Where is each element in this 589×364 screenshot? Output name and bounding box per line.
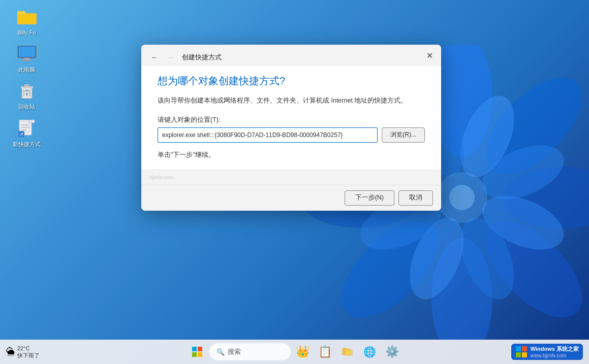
dialog-description: 该向导帮你创建本地或网络程序、文件、文件夹、计算机或 Internet 地址的快…: [158, 96, 425, 106]
desktop-icon-this-pc[interactable]: 此电脑: [8, 42, 46, 75]
desktop-icons-area: Billy Fu 此电脑: [8, 5, 46, 150]
svg-rect-23: [19, 47, 35, 57]
settings-icon: ⚙️: [385, 345, 399, 358]
windows-brand-text: Windows 系统之家 www.bjjmlv.com: [531, 345, 579, 358]
field-label: 请键入对象的位置(T):: [158, 116, 425, 124]
svg-rect-45: [345, 350, 352, 355]
svg-rect-41: [192, 352, 197, 357]
svg-rect-33: [32, 120, 35, 123]
recycle-bin-icon: [17, 81, 37, 102]
brand-url: www.bjjmlv.com: [531, 353, 579, 358]
weather-condition: 快下雨了: [17, 352, 40, 359]
widgets-icon: 📋: [318, 345, 332, 358]
taskbar-search[interactable]: 🔍 搜索: [209, 343, 291, 360]
weather-widget[interactable]: 🌦 22°C 快下雨了: [6, 345, 40, 359]
windows-start-icon: [192, 346, 203, 357]
this-pc-label: 此电脑: [18, 67, 35, 73]
close-button[interactable]: ✕: [422, 48, 437, 63]
forward-button[interactable]: →: [164, 50, 178, 64]
svg-rect-42: [198, 352, 202, 357]
billy-fu-label: Billy Fu: [17, 29, 36, 36]
svg-rect-28: [24, 84, 29, 86]
folder-icon: [17, 7, 37, 27]
back-button[interactable]: ←: [147, 50, 162, 64]
search-icon: 🔍: [216, 348, 225, 356]
taskbar-right: Windows 系统之家 www.bjjmlv.com: [511, 344, 583, 360]
svg-rect-40: [198, 347, 202, 351]
windows-home-icon: [515, 346, 528, 358]
taskbar-left: 🌦 22°C 快下雨了: [6, 345, 40, 359]
weather-temp: 22°C: [17, 345, 40, 352]
dialog-hint: 单击"下一步"继续。: [158, 151, 425, 159]
file-explorer-button[interactable]: [337, 342, 358, 362]
svg-rect-27: [21, 86, 33, 88]
svg-text:↗: ↗: [19, 131, 23, 137]
edge-browser-button[interactable]: 🌐: [360, 342, 380, 362]
settings-button[interactable]: ⚙️: [382, 342, 402, 362]
desktop-icon-recycle-bin[interactable]: 回收站: [8, 79, 46, 112]
svg-rect-49: [522, 352, 527, 357]
svg-point-17: [449, 185, 475, 210]
weather-icon: 🌦: [6, 347, 15, 357]
svg-rect-39: [192, 347, 197, 351]
svg-rect-46: [516, 346, 521, 351]
brand-name: Windows 系统之家: [531, 345, 579, 353]
svg-rect-21: [18, 14, 36, 23]
watermark-text: bjjmlv.com: [149, 175, 173, 180]
file-explorer-icon: [342, 346, 353, 357]
task-view-button[interactable]: 👑: [293, 342, 313, 362]
titlebar-nav: ← →: [147, 50, 178, 64]
next-button[interactable]: 下一步(N): [345, 190, 394, 206]
browse-button[interactable]: 浏览(R)...: [382, 127, 425, 143]
desktop-icon-billy-fu[interactable]: Billy Fu: [8, 5, 46, 38]
taskbar-center: 🔍 搜索 👑 📋 🌐 ⚙️: [187, 342, 402, 362]
recycle-bin-label: 回收站: [18, 104, 35, 110]
crown-icon: 👑: [296, 345, 309, 358]
taskbar: 🌦 22°C 快下雨了 🔍 搜索 👑 �: [0, 340, 589, 364]
new-shortcut-label: 新快捷方式: [13, 141, 41, 148]
dialog-content-area: 想为哪个对象创建快捷方式? 该向导帮你创建本地或网络程序、文件、文件夹、计算机或…: [141, 66, 441, 170]
widgets-button[interactable]: 📋: [315, 342, 335, 362]
svg-rect-25: [22, 60, 32, 61]
create-shortcut-dialog: ← → 创建快捷方式 ✕ 想为哪个对象创建快捷方式? 该向导帮你创建本地或网络程…: [141, 45, 441, 211]
dialog-titlebar: ← → 创建快捷方式 ✕: [141, 45, 441, 66]
location-input[interactable]: [158, 127, 378, 143]
edge-icon: 🌐: [363, 346, 376, 358]
desktop-icon-new-shortcut[interactable]: ↗ 新快捷方式: [8, 117, 46, 150]
start-button[interactable]: [187, 342, 207, 362]
weather-text: 22°C 快下雨了: [17, 345, 40, 359]
dialog-title: 创建快捷方式: [182, 53, 222, 62]
cancel-button[interactable]: 取消: [398, 190, 433, 206]
windows-brand-widget[interactable]: Windows 系统之家 www.bjjmlv.com: [511, 344, 583, 360]
search-label: 搜索: [228, 347, 241, 356]
svg-rect-48: [516, 352, 521, 357]
dialog-heading: 想为哪个对象创建快捷方式?: [158, 74, 425, 88]
svg-rect-44: [343, 348, 346, 350]
dialog-watermark-area: bjjmlv.com: [141, 170, 441, 185]
svg-rect-47: [522, 346, 527, 351]
monitor-icon: [17, 44, 37, 64]
svg-rect-24: [24, 58, 29, 60]
input-row: 浏览(R)...: [158, 127, 425, 143]
dialog-footer: 下一步(N) 取消: [141, 185, 441, 211]
new-shortcut-icon: ↗: [17, 119, 37, 139]
